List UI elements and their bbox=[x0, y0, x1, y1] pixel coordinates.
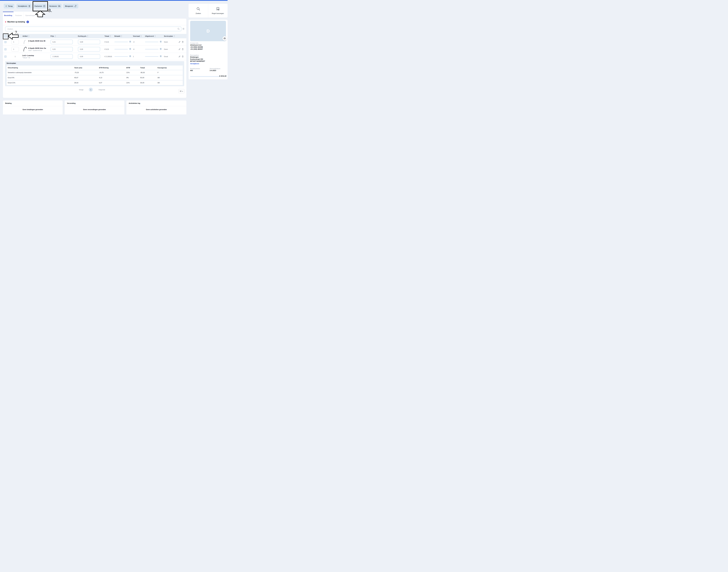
info-icon[interactable] bbox=[160, 48, 162, 51]
payment-panel: Betaling Geen betalingen gevonden bbox=[3, 100, 63, 115]
column-prijs[interactable]: Prijs bbox=[51, 34, 56, 38]
table-row: A Spatb 26/28 Univ Zw O&A * Spatbord/Lap… bbox=[3, 46, 187, 53]
delete-row-icon[interactable] bbox=[182, 41, 184, 43]
column-voorraad[interactable]: Voorraad bbox=[133, 34, 142, 38]
pagination-prev[interactable]: Vorige bbox=[79, 87, 83, 92]
hand-package-icon bbox=[74, 5, 76, 7]
chevron-left-icon bbox=[6, 5, 7, 7]
annotation-label-7: 7. bbox=[15, 30, 18, 34]
order-total: € 2212,42 bbox=[219, 75, 226, 77]
order-number-value: 403 bbox=[190, 69, 200, 72]
row-total: € 6,31 bbox=[104, 46, 109, 53]
annotation-arrow-up bbox=[35, 10, 46, 17]
status-label: Wachten op betaling bbox=[7, 21, 25, 23]
paid-progress bbox=[115, 56, 128, 57]
column-korting[interactable]: Korting p/s bbox=[78, 34, 88, 38]
camera-button[interactable] bbox=[222, 36, 227, 41]
serviceplan-value: Geen bbox=[164, 38, 168, 46]
pagination-page-1[interactable]: 1 bbox=[89, 88, 93, 92]
edit-icon[interactable] bbox=[178, 48, 180, 50]
send-button[interactable]: Versturen bbox=[48, 4, 62, 8]
activity-panel: Activiteiten log Geen activiteiten gevon… bbox=[126, 100, 187, 115]
discount-input[interactable] bbox=[78, 40, 100, 44]
serviceplan-title: Serviceplan bbox=[7, 62, 16, 64]
delete-row-icon[interactable] bbox=[182, 48, 184, 50]
row-checkbox[interactable] bbox=[4, 46, 7, 53]
truck-icon bbox=[58, 5, 60, 7]
trash-icon bbox=[28, 5, 30, 7]
column-betaald[interactable]: Betaald bbox=[115, 34, 122, 38]
sidebar-search-button[interactable]: Zoeken bbox=[189, 4, 208, 17]
product-name[interactable]: A Spatb 26/28 Univ Bl bbox=[28, 40, 46, 42]
gear-icon[interactable] bbox=[182, 28, 185, 30]
annotation-box-checkbox bbox=[3, 33, 8, 39]
order-number-block: Bestelnummer 403 bbox=[190, 68, 200, 72]
back-button[interactable]: Terug bbox=[4, 4, 14, 8]
status-dot-icon bbox=[5, 21, 6, 22]
sidebar-actions: Zoeken Regel toevoegen bbox=[189, 4, 228, 17]
add-line-button[interactable]: Regel toevoegen bbox=[208, 4, 228, 17]
shipping-panel: Verzending Geen verzendingen gevonden bbox=[65, 100, 124, 115]
page-size-value: 10 bbox=[180, 90, 181, 92]
info-icon[interactable] bbox=[129, 55, 131, 58]
price-input[interactable] bbox=[51, 47, 73, 52]
discount-input[interactable] bbox=[78, 47, 100, 52]
tab-opmerkingen-label: Opmerkingen bbox=[25, 14, 35, 16]
serviceplan-value: Geen bbox=[164, 46, 168, 53]
quantity-input[interactable] bbox=[11, 47, 19, 52]
tab-bestelling[interactable]: Bestelling bbox=[3, 12, 13, 19]
product-name[interactable]: Lm1+ Lowstep bbox=[22, 55, 34, 57]
row-checkbox[interactable] bbox=[4, 38, 7, 46]
column-totaal[interactable]: Totaal bbox=[104, 34, 111, 38]
creation-date-value: 3-4-2023 bbox=[210, 69, 220, 72]
contact-email[interactable]: info@sure-it.nl bbox=[190, 44, 203, 46]
order-number-label: Bestelnummer bbox=[190, 68, 200, 69]
delivery-remove-link[interactable]: Verwijderen bbox=[190, 63, 205, 65]
discount-input[interactable] bbox=[78, 54, 100, 59]
handover-button-label: Meegeven bbox=[65, 5, 73, 7]
tab-facturen[interactable]: Facturen bbox=[13, 12, 24, 19]
delivered-progress bbox=[145, 56, 158, 57]
search-input[interactable] bbox=[5, 26, 181, 31]
row-checkbox[interactable] bbox=[4, 53, 7, 60]
annotation-label-8: 8. bbox=[48, 8, 52, 13]
creation-date-label: Aanmaakdatum bbox=[210, 68, 220, 69]
order-detail-page: Terug Verwijderen Factureer Versturen Me… bbox=[0, 0, 228, 115]
column-artikel[interactable]: Artikel bbox=[22, 34, 29, 38]
edit-icon[interactable] bbox=[178, 41, 180, 43]
product-subtitle: * bbox=[28, 42, 46, 44]
column-serviceplan[interactable]: Serviceplan bbox=[164, 34, 175, 38]
activity-panel-title: Activiteiten log bbox=[129, 102, 140, 104]
price-input[interactable] bbox=[51, 40, 73, 44]
info-icon[interactable] bbox=[129, 48, 131, 51]
info-icon[interactable] bbox=[160, 55, 162, 58]
page-size-select[interactable]: 10 bbox=[178, 89, 185, 93]
customer-avatar: D bbox=[190, 21, 226, 41]
table-row: A Spatb 26/28 Univ Bl * € 6,31 -4 Geen bbox=[3, 38, 187, 46]
contact-phone-2[interactable]: +31 (343) 460407 bbox=[190, 48, 203, 50]
product-name[interactable]: A Spatb 26/28 Univ Zw bbox=[28, 47, 46, 49]
delete-row-icon[interactable] bbox=[182, 56, 184, 58]
sp-col-totaal: Totaal bbox=[140, 66, 145, 70]
pagination-next[interactable]: Volgende bbox=[98, 87, 105, 92]
shipping-empty-state: Geen verzendingen gevonden bbox=[65, 109, 124, 111]
activity-empty-state: Geen activiteiten gevonden bbox=[126, 109, 187, 111]
sort-icon bbox=[110, 35, 111, 37]
payment-panel-title: Betaling bbox=[5, 102, 11, 104]
delivery-street: Kuntzestraat 154 bbox=[190, 58, 205, 60]
column-uitgeleverd[interactable]: Uitgeleverd bbox=[145, 34, 156, 38]
handover-button[interactable]: Meegeven bbox=[63, 4, 78, 8]
price-input[interactable] bbox=[51, 54, 73, 59]
quantity-input[interactable] bbox=[11, 40, 19, 44]
contact-phone-1[interactable]: +31 (343) 441596 bbox=[190, 46, 203, 48]
edit-icon[interactable] bbox=[178, 56, 180, 58]
contact-info-block: Contact info info@sure-it.nl +31 (343) 4… bbox=[190, 42, 203, 50]
delivery-address-label: Bezorgadres bbox=[190, 54, 205, 56]
info-icon[interactable] bbox=[160, 41, 162, 44]
delete-button[interactable]: Verwijderen bbox=[16, 4, 31, 8]
info-icon[interactable] bbox=[129, 41, 131, 44]
camera-icon bbox=[224, 37, 226, 40]
order-card: Wachten op betaling 3 Aantal Artikel Pri… bbox=[3, 19, 187, 98]
shipping-panel-title: Verzending bbox=[67, 102, 76, 104]
serviceplan-table: Omschrijving Vaste prijs BTW Bedrag BTW … bbox=[7, 66, 183, 85]
